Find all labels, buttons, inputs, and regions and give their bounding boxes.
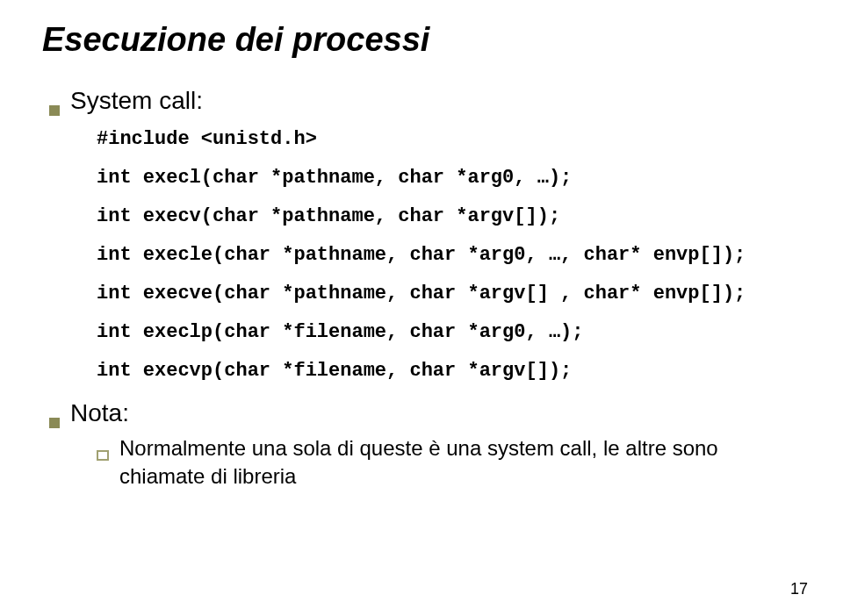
code-line: int execve(char *pathname, char *argv[] …	[97, 283, 746, 304]
square-bullet-icon	[49, 105, 60, 116]
slide-content: System call: #include <unistd.h> int exe…	[42, 87, 801, 491]
code-line: #include <unistd.h>	[97, 128, 317, 150]
sub-item-text: Normalmente una sola di queste è una sys…	[119, 434, 801, 491]
sub-bullet-item: Normalmente una sola di queste è una sys…	[97, 434, 801, 491]
code-block: #include <unistd.h> int execl(char *path…	[97, 120, 801, 390]
bullet-item: Nota:	[49, 399, 801, 427]
square-bullet-icon	[49, 418, 60, 428]
code-line: int execle(char *pathname, char *arg0, ……	[97, 244, 746, 266]
slide-title: Esecuzione dei processi	[42, 21, 801, 59]
code-line: int execl(char *pathname, char *arg0, …)…	[97, 167, 572, 189]
bullet-item: System call:	[49, 87, 801, 115]
code-line: int execvp(char *filename, char *argv[])…	[97, 360, 572, 382]
page-number: 17	[790, 580, 808, 598]
code-line: int execlp(char *filename, char *arg0, ……	[97, 321, 584, 343]
code-line: int execv(char *pathname, char *argv[]);	[97, 205, 560, 227]
section-heading: Nota:	[70, 399, 129, 427]
section-heading: System call:	[70, 87, 203, 115]
outline-square-bullet-icon	[97, 450, 109, 461]
svg-rect-0	[97, 451, 108, 460]
